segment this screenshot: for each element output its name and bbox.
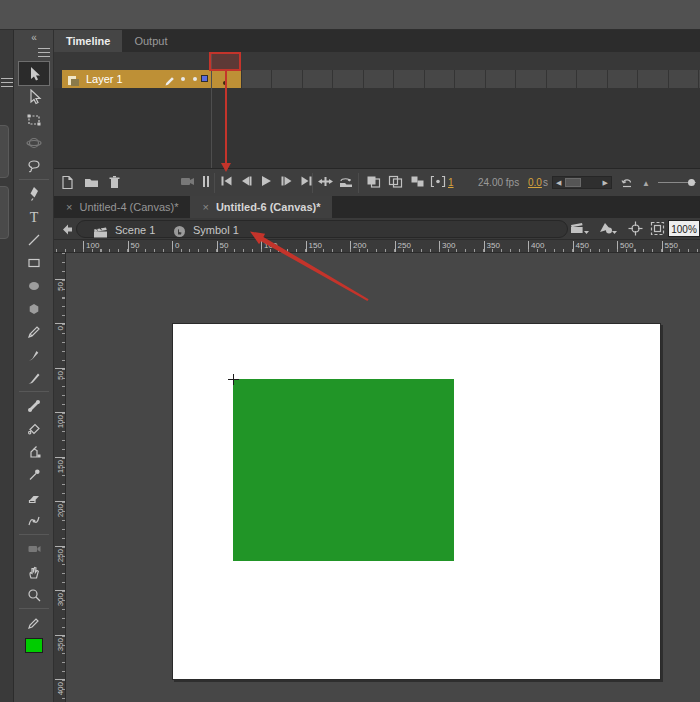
go-to-first-frame-button[interactable] xyxy=(220,175,233,187)
pin-markers-icon[interactable] xyxy=(202,175,210,188)
doc-tab-untitled-4[interactable]: × Untitled-4 (Canvas)* xyxy=(54,196,190,218)
new-folder-button[interactable] xyxy=(84,175,99,189)
eyedropper-tool-icon[interactable] xyxy=(19,463,49,486)
layer-lock-dot[interactable] xyxy=(193,77,197,81)
tools-panel-menu-icon[interactable] xyxy=(38,48,50,57)
collapsed-panel-fragment[interactable] xyxy=(0,125,9,178)
stage[interactable] xyxy=(172,323,661,680)
doc-tab-label: Untitled-6 (Canvas)* xyxy=(216,196,321,218)
bone-tool-icon[interactable] xyxy=(19,394,49,417)
zoom-slider-knob[interactable] xyxy=(688,179,695,186)
scroll-right-icon[interactable]: ▶ xyxy=(603,179,608,187)
subselection-tool-icon[interactable] xyxy=(19,85,49,108)
layer-selected-highlight xyxy=(62,70,211,88)
hand-tool-icon[interactable] xyxy=(19,560,49,583)
center-stage-button[interactable] xyxy=(628,221,643,236)
pasteboard[interactable] xyxy=(66,253,700,702)
free-transform-tool-icon[interactable] xyxy=(19,108,49,131)
ink-bottle-tool-icon[interactable] xyxy=(19,440,49,463)
edit-symbols-button[interactable] xyxy=(598,221,618,235)
width-tool-icon[interactable] xyxy=(19,509,49,532)
elapsed-time-unit: s xyxy=(543,177,548,188)
brush-tool-icon[interactable] xyxy=(19,343,49,366)
lasso-tool-icon[interactable] xyxy=(19,154,49,177)
layer-row[interactable]: Layer 1 xyxy=(54,70,700,88)
annotation-line xyxy=(225,71,227,163)
collapsed-panel-fragment[interactable] xyxy=(0,186,9,239)
control-divider xyxy=(214,173,215,193)
layer-name[interactable]: Layer 1 xyxy=(86,70,123,88)
text-tool-icon[interactable]: T xyxy=(19,205,49,228)
expand-triangle-icon[interactable]: ▲ xyxy=(642,179,650,188)
scroll-left-icon[interactable]: ◀ xyxy=(556,179,561,187)
close-tab-icon[interactable]: × xyxy=(66,196,72,218)
center-frame-button[interactable] xyxy=(318,175,333,188)
layer-outline-color-swatch[interactable] xyxy=(201,75,208,82)
layer-visible-dot[interactable] xyxy=(181,77,185,81)
step-forward-button[interactable] xyxy=(280,175,293,187)
stage-zoom-input[interactable]: 100% xyxy=(668,220,700,237)
toolbar-divider xyxy=(19,391,49,392)
doc-tab-untitled-6[interactable]: × Untitled-6 (Canvas)* xyxy=(190,196,332,218)
fill-color-swatch[interactable] xyxy=(19,634,49,657)
pencil-tool-icon[interactable] xyxy=(19,320,49,343)
step-back-button[interactable] xyxy=(240,175,253,187)
clip-content-button[interactable] xyxy=(650,221,665,236)
window-top-strip xyxy=(0,0,700,30)
line-tool-icon[interactable] xyxy=(19,228,49,251)
reset-timeline-zoom-icon[interactable] xyxy=(620,175,635,189)
new-layer-button[interactable] xyxy=(60,175,74,190)
3d-rotation-tool-icon[interactable] xyxy=(19,131,49,154)
selection-tool-icon[interactable] xyxy=(19,62,49,85)
timeline-zoom-slider[interactable] xyxy=(658,182,696,183)
onion-skin-outlines-button[interactable] xyxy=(388,175,403,188)
doc-tab-label: Untitled-4 (Canvas)* xyxy=(79,196,178,218)
play-button[interactable] xyxy=(260,175,272,187)
elapsed-time-value[interactable]: 0.0 xyxy=(528,177,542,188)
frame-cells[interactable] xyxy=(211,70,700,88)
current-frame-value[interactable]: 1 xyxy=(448,177,454,188)
edit-scene-button[interactable] xyxy=(570,221,590,235)
frame-rate-value[interactable]: 24.00 fps xyxy=(478,177,519,188)
tab-output[interactable]: Output xyxy=(122,30,179,52)
modify-markers-button[interactable] xyxy=(430,175,446,188)
toolbar-divider xyxy=(19,608,49,609)
control-divider xyxy=(312,173,313,193)
breadcrumb-scene[interactable]: Scene 1 xyxy=(115,221,155,239)
document-tab-bar: × Untitled-4 (Canvas)* × Untitled-6 (Can… xyxy=(54,196,700,218)
timeline-empty-area xyxy=(54,88,700,168)
tab-timeline[interactable]: Timeline xyxy=(54,30,122,52)
rectangle-tool-icon[interactable] xyxy=(19,251,49,274)
paint-bucket-tool-icon[interactable] xyxy=(19,417,49,440)
zoom-tool-icon[interactable] xyxy=(19,583,49,606)
green-rectangle-shape[interactable] xyxy=(233,379,454,561)
timeline-control-bar: 1 24.00 fps 0.0 s ◀ ▶ ▲ xyxy=(54,168,700,196)
oval-tool-icon[interactable] xyxy=(19,274,49,297)
polystar-tool-icon[interactable] xyxy=(19,297,49,320)
breadcrumb-symbol[interactable]: Symbol 1 xyxy=(193,221,239,239)
pen-tool-icon[interactable] xyxy=(19,182,49,205)
eraser-tool-icon[interactable] xyxy=(19,486,49,509)
registration-crosshair-icon xyxy=(228,374,239,385)
panel-menu-icon[interactable] xyxy=(1,78,13,87)
breadcrumb: Scene 1 Symbol 1 xyxy=(76,220,568,238)
timeline-tab-bar: Timeline Output xyxy=(54,30,700,52)
back-button[interactable] xyxy=(60,222,74,240)
loop-playback-button[interactable] xyxy=(338,175,354,188)
add-camera-button[interactable] xyxy=(180,175,196,188)
tools-panel: « T xyxy=(14,30,54,702)
flash-app-window: « T xyxy=(0,0,700,702)
vertical-ruler: 50050100150200250300350400 xyxy=(54,253,66,702)
scrollbar-thumb[interactable] xyxy=(565,178,581,187)
delete-layer-button[interactable] xyxy=(108,175,121,189)
collapse-panel-button[interactable]: « xyxy=(14,32,54,43)
paint-brush-tool-icon[interactable] xyxy=(19,366,49,389)
onion-skin-button[interactable] xyxy=(366,175,381,188)
stroke-color-icon[interactable] xyxy=(19,611,49,634)
edit-multiple-frames-button[interactable] xyxy=(410,175,425,188)
timeline-scrollbar[interactable]: ◀ ▶ xyxy=(552,176,612,189)
tool-list: T xyxy=(14,62,54,657)
close-tab-icon[interactable]: × xyxy=(202,196,208,218)
edit-bar: Scene 1 Symbol 1 100% xyxy=(54,218,700,240)
camera-tool-icon[interactable] xyxy=(19,537,49,560)
